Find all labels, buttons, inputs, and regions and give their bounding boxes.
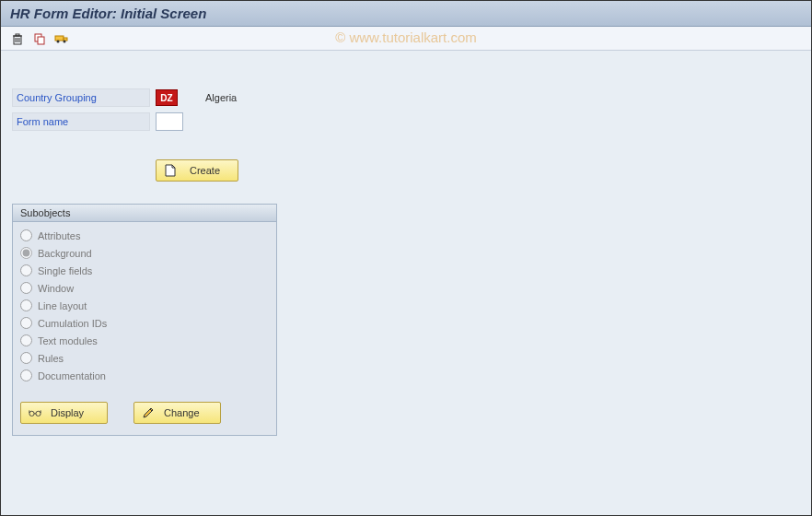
country-grouping-row: Country Grouping DZ Algeria (12, 88, 800, 108)
svg-rect-5 (16, 34, 19, 36)
svg-rect-9 (64, 38, 67, 41)
radio-single-fields-label: Single fields (38, 265, 92, 276)
toolbar: © www.tutorialkart.com (1, 27, 811, 51)
form-name-input[interactable] (156, 112, 183, 131)
content-area: Country Grouping DZ Algeria Form name Cr… (1, 51, 811, 447)
radio-background-input[interactable] (20, 247, 32, 259)
svg-rect-7 (38, 37, 44, 44)
radio-attributes-label: Attributes (38, 230, 80, 241)
panel-buttons: Display Change (20, 402, 269, 424)
form-name-label: Form name (12, 112, 150, 131)
subobjects-header: Subobjects (13, 205, 276, 222)
new-document-icon (164, 164, 177, 177)
radio-window-input[interactable] (20, 282, 32, 294)
radio-text-modules[interactable]: Text modules (20, 334, 269, 346)
change-button-label: Change (164, 407, 200, 418)
change-button[interactable]: Change (133, 402, 221, 424)
svg-point-12 (29, 411, 34, 416)
pencil-icon (142, 406, 155, 419)
radio-rules-input[interactable] (20, 352, 32, 364)
radio-attributes-input[interactable] (20, 229, 32, 241)
create-button-label: Create (190, 165, 220, 176)
create-row: Create (156, 159, 800, 182)
create-button[interactable]: Create (156, 159, 238, 182)
radio-text-modules-input[interactable] (20, 334, 32, 346)
svg-point-13 (36, 411, 41, 416)
radio-text-modules-label: Text modules (38, 335, 98, 346)
transport-icon[interactable] (52, 29, 71, 48)
radio-background-label: Background (38, 248, 92, 259)
subobjects-body: Attributes Background Single fields Wind… (13, 222, 276, 435)
subobjects-panel: Subobjects Attributes Background Single … (12, 204, 277, 436)
country-grouping-label: Country Grouping (12, 88, 150, 107)
display-button-label: Display (51, 407, 84, 418)
radio-rules-label: Rules (38, 353, 64, 364)
country-grouping-badge[interactable]: DZ (156, 89, 178, 106)
radio-rules[interactable]: Rules (20, 352, 269, 364)
radio-cumulation-ids-input[interactable] (20, 317, 32, 329)
radio-documentation-input[interactable] (20, 369, 32, 381)
country-grouping-text: Algeria (205, 92, 237, 103)
radio-documentation-label: Documentation (38, 370, 106, 381)
glasses-icon (29, 406, 41, 419)
radio-line-layout[interactable]: Line layout (20, 299, 269, 311)
svg-rect-8 (55, 36, 64, 41)
radio-window-label: Window (38, 283, 74, 294)
radio-line-layout-label: Line layout (38, 300, 87, 311)
radio-single-fields[interactable]: Single fields (20, 264, 269, 276)
radio-single-fields-input[interactable] (20, 264, 32, 276)
copy-icon[interactable] (30, 29, 49, 48)
title-bar: HR Form Editor: Initial Screen (1, 1, 811, 27)
radio-attributes[interactable]: Attributes (20, 229, 269, 241)
radio-window[interactable]: Window (20, 282, 269, 294)
radio-cumulation-ids-label: Cumulation IDs (38, 318, 107, 329)
display-button[interactable]: Display (20, 402, 108, 424)
form-name-row: Form name (12, 111, 800, 132)
radio-line-layout-input[interactable] (20, 299, 32, 311)
radio-documentation[interactable]: Documentation (20, 369, 269, 381)
watermark: © www.tutorialkart.com (335, 29, 477, 45)
delete-icon[interactable] (8, 29, 27, 48)
page-title: HR Form Editor: Initial Screen (10, 6, 802, 21)
svg-point-10 (57, 40, 60, 42)
radio-cumulation-ids[interactable]: Cumulation IDs (20, 317, 269, 329)
radio-background[interactable]: Background (20, 247, 269, 259)
svg-point-11 (64, 40, 66, 42)
